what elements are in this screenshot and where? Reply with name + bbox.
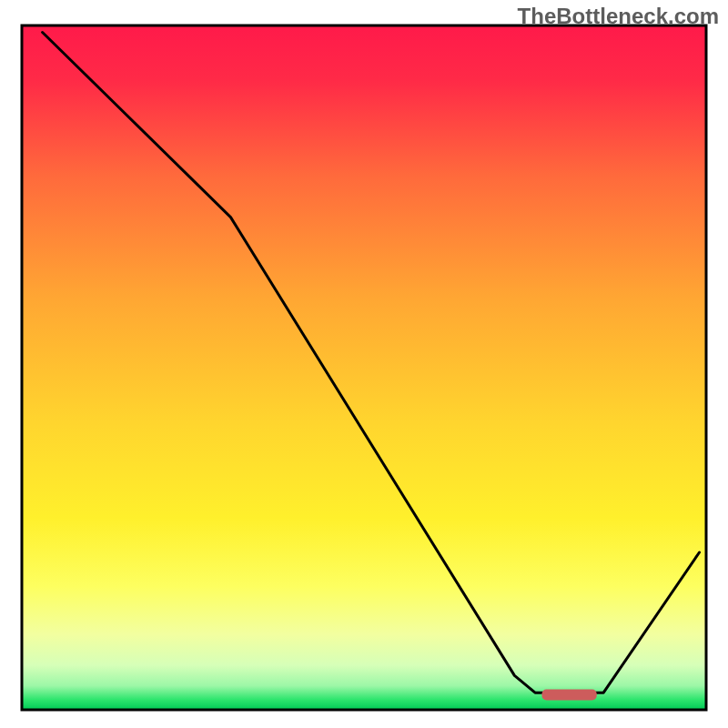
bottleneck-chart: TheBottleneck.com [0,0,728,728]
watermark-label: TheBottleneck.com [518,4,719,29]
chart-svg [0,0,728,728]
optimal-marker [542,690,597,701]
gradient-background [22,25,706,710]
